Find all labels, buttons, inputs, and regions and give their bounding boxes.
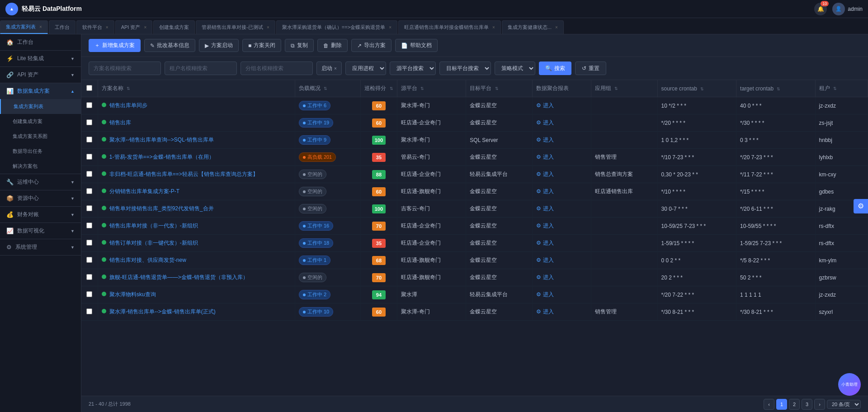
row-name-link[interactable]: 聚水潭--销售出库单查询-->SQL-销售出库单 [109, 137, 214, 143]
load-badge[interactable]: 工作中 16 [299, 221, 333, 231]
sidebar-item-data-visual[interactable]: 📈 数据可视化 ▼ [0, 223, 81, 239]
sidebar-item-resource[interactable]: 📦 资源中心 ▼ [0, 190, 81, 206]
row-name-link[interactable]: 销售订单对接（非一键代发）-新组织 [109, 240, 198, 246]
tab-api-assets[interactable]: API 资产× [115, 20, 153, 34]
tab-purchase-return[interactable]: 聚水潭采购退货单（确认）==>金蝶采购退货单× [276, 20, 397, 34]
source-platform-select[interactable]: 源平台搜索 [390, 62, 436, 75]
row-checkbox-8[interactable] [86, 240, 92, 246]
strategy-mode-select[interactable]: 策略模式 [495, 62, 535, 75]
sidebar-item-data-export[interactable]: 数据导出任务 [0, 144, 81, 159]
next-page-button[interactable]: › [814, 399, 825, 410]
per-page-select[interactable]: 20 条/页 [827, 400, 861, 409]
row-name-link[interactable]: 1-管易-发货单==>金蝶-销售出库单（在用） [109, 154, 214, 160]
sidebar-item-lite[interactable]: ⚡ Lite 轻集成 ▼ [0, 51, 81, 66]
plan-name-search[interactable] [89, 62, 161, 75]
tab-shopkeeper-out[interactable]: 旺店通销售出库单对接金蝶销售出库单× [398, 20, 501, 34]
report-enter-link[interactable]: ⚙ 进入 [536, 274, 553, 281]
target-platform-select[interactable]: 目标平台搜索 [439, 62, 491, 75]
page-1-button[interactable]: 1 [776, 399, 787, 410]
reset-button[interactable]: ↺ 重置 [575, 62, 606, 75]
tab-health-status[interactable]: 集成方案健康状态...× [502, 20, 564, 34]
row-name-link[interactable]: 销售出库单对接（非一代发）-新组织 [109, 223, 198, 229]
load-badge[interactable]: 空闲的 [299, 273, 326, 282]
report-enter-link[interactable]: ⚙ 进入 [536, 119, 553, 127]
load-badge[interactable]: 空闲的 [299, 170, 326, 179]
row-checkbox-4[interactable] [86, 171, 92, 177]
row-name-link[interactable]: 非归档-旺店通-销售出库单==>轻易云【销售出库查询总方案】 [109, 171, 258, 177]
tab-close-integration-list[interactable]: × [39, 24, 42, 29]
sidebar-item-workbench[interactable]: 🏠 工作台 [0, 34, 81, 50]
row-name-link[interactable]: 聚水潭-销售出库单-->金蝶-销售出库单(正式) [109, 308, 216, 315]
status-filter-tag[interactable]: 启动 × [316, 62, 342, 75]
report-enter-link[interactable]: ⚙ 进入 [536, 222, 553, 230]
report-enter-link[interactable]: ⚙ 进入 [536, 102, 553, 109]
export-button[interactable]: ↗ 导出方案 [351, 39, 392, 52]
tab-close-sales-out-connect[interactable]: × [267, 25, 269, 30]
admin-area[interactable]: 👤 admin [832, 3, 863, 15]
load-badge[interactable]: 工作中 2 [299, 290, 330, 299]
tab-software[interactable]: 软件平台× [76, 20, 114, 34]
report-enter-link[interactable]: ⚙ 进入 [536, 291, 553, 298]
page-2-button[interactable]: 2 [789, 399, 800, 410]
search-button[interactable]: 🔍 搜索 [539, 62, 571, 75]
sidebar-item-financial[interactable]: 💰 财务对账 ▼ [0, 207, 81, 223]
copy-button[interactable]: ⧉ 复制 [285, 39, 314, 52]
sidebar-item-create-integration[interactable]: 创建集成方案 [0, 114, 81, 129]
delete-button[interactable]: 🗑 删除 [317, 39, 348, 52]
sidebar-item-system-admin[interactable]: ⚙ 系统管理 ▼ [0, 239, 81, 255]
page-3-button[interactable]: 3 [802, 399, 812, 410]
sidebar-item-api[interactable]: 🔗 API 资产 ▼ [0, 67, 81, 83]
row-checkbox-1[interactable] [86, 119, 92, 125]
load-badge[interactable]: 工作中 19 [299, 118, 333, 128]
row-checkbox-0[interactable] [86, 102, 92, 108]
row-name-link[interactable]: 销售出库 [109, 119, 131, 126]
select-all-checkbox[interactable] [86, 85, 92, 91]
row-checkbox-6[interactable] [86, 205, 92, 211]
stop-button[interactable]: ■ 方案关闭 [242, 39, 281, 52]
batch-edit-button[interactable]: ✎ 批改基本信息 [144, 39, 195, 52]
report-enter-link[interactable]: ⚙ 进入 [536, 153, 553, 161]
report-enter-link[interactable]: ⚙ 进入 [536, 188, 553, 195]
load-badge[interactable]: 工作中 9 [299, 135, 330, 145]
load-badge[interactable]: 高负载 201 [299, 152, 336, 162]
row-name-link[interactable]: 聚水潭物料sku查询 [109, 291, 156, 298]
load-badge[interactable]: 空闲的 [299, 204, 326, 213]
report-enter-link[interactable]: ⚙ 进入 [536, 205, 553, 213]
load-badge[interactable]: 工作中 18 [299, 238, 333, 248]
notification-button[interactable]: 🔔 10 [814, 3, 827, 15]
load-badge[interactable]: 工作中 1 [299, 256, 330, 265]
app-progress-select[interactable]: 应用进程 [345, 62, 386, 75]
sidebar-item-ops[interactable]: 🔧 运维中心 ▼ [0, 174, 81, 190]
tab-close-api-assets[interactable]: × [144, 25, 146, 30]
tab-close-purchase-return[interactable]: × [389, 25, 392, 30]
load-badge[interactable]: 工作中 6 [299, 101, 330, 110]
tab-sales-out-connect[interactable]: 管易销售出库单对接-已测试× [196, 20, 275, 34]
report-enter-link[interactable]: ⚙ 进入 [536, 239, 553, 247]
row-checkbox-5[interactable] [86, 188, 92, 194]
sidebar-item-solution-package[interactable]: 解决方案包 [0, 159, 81, 174]
report-enter-link[interactable]: ⚙ 进入 [536, 256, 553, 264]
load-badge[interactable]: 空闲的 [299, 187, 326, 196]
row-checkbox-3[interactable] [86, 154, 92, 160]
status-filter-close[interactable]: × [334, 66, 337, 71]
report-enter-link[interactable]: ⚙ 进入 [536, 136, 553, 144]
assistant-avatar[interactable]: 小青助理 [838, 373, 861, 396]
start-button[interactable]: ▶ 方案启动 [199, 39, 239, 52]
tenant-name-search[interactable] [165, 62, 237, 75]
row-checkbox-11[interactable] [86, 291, 92, 297]
tab-close-health-status[interactable]: × [555, 25, 558, 30]
tab-close-software[interactable]: × [106, 25, 108, 30]
row-name-link[interactable]: 销售出库对接、供应商发货-new [109, 257, 186, 263]
row-name-link[interactable]: 销售单对接销售出库_类型92代发销售_合并 [109, 205, 214, 212]
row-checkbox-2[interactable] [86, 137, 92, 142]
row-name-link[interactable]: 分销销售出库单集成方案-P-T [109, 188, 179, 194]
sidebar-item-integration-list[interactable]: 集成方案列表 [0, 99, 81, 114]
settings-gear-button[interactable]: ⚙ [854, 199, 868, 213]
tab-integration-list[interactable]: 集成方案列表× [0, 20, 48, 34]
add-integration-button[interactable]: ＋ 新增集成方案 [89, 39, 141, 52]
row-checkbox-12[interactable] [86, 308, 92, 314]
row-checkbox-10[interactable] [86, 274, 92, 280]
prev-page-button[interactable]: ‹ [764, 399, 774, 410]
tab-close-shopkeeper-out[interactable]: × [492, 25, 495, 30]
tab-create-integration[interactable]: 创建集成方案 [153, 20, 195, 34]
